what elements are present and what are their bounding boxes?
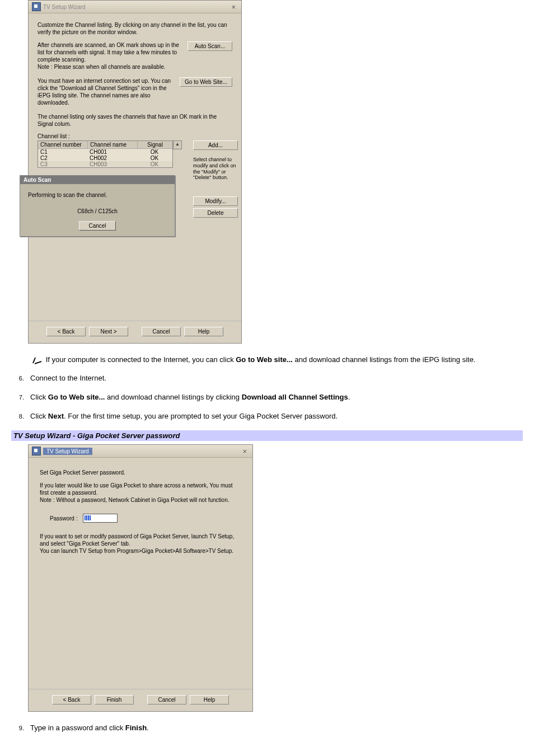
screenshot-password: TV Setup Wizard × Set Giga Pocket Server… [28, 444, 253, 712]
cancel-button[interactable]: Cancel [147, 695, 186, 705]
cancel-button[interactable]: Cancel [142, 327, 181, 336]
section-heading-password: TV Setup Wizard - Giga Pocket Server pas… [11, 430, 523, 441]
step-6: Connect to the Internet. [26, 373, 523, 383]
window-title: TV Setup Wizard [43, 4, 86, 10]
auto-scan-cancel-button[interactable]: Cancel [79, 221, 115, 231]
save-text: The channel listing only saves the chann… [38, 113, 232, 128]
pw-line1: Set Giga Pocket Server password. [40, 469, 241, 476]
titlebar: TV Setup Wizard × [29, 1, 241, 13]
modify-button[interactable]: Modify... [193, 196, 238, 206]
password-input[interactable] [83, 514, 118, 523]
auto-scan-title: Auto Scan [20, 176, 175, 184]
scan-text: After channels are scanned, an OK mark s… [38, 41, 183, 71]
table-row: C1 CH001 OK [38, 149, 172, 155]
wizard-nav: < Back Next > Cancel Help [29, 321, 241, 343]
close-icon[interactable]: × [240, 447, 249, 456]
titlebar: TV Setup Wizard × [29, 445, 252, 458]
app-icon [32, 2, 41, 11]
col-header-signal: Signal [138, 141, 172, 148]
back-button[interactable]: < Back [52, 695, 91, 705]
step-7: Click Go to Web site... and download cha… [26, 392, 523, 402]
col-header-name: Channel name [88, 141, 138, 148]
help-button[interactable]: Help [184, 327, 223, 336]
add-button[interactable]: Add... [193, 140, 238, 150]
scroll-up-icon[interactable]: ▲ [173, 140, 182, 149]
table-row: C3 CH003 OK [38, 161, 172, 167]
col-header-number: Channel number [38, 141, 88, 148]
intro-text: Customize the Channel listing. By clicki… [38, 21, 232, 36]
channel-table[interactable]: Channel number Channel name Signal C1 CH… [38, 140, 173, 168]
select-text: Select channel to modify and click on th… [193, 157, 238, 181]
finish-button[interactable]: Finish [95, 695, 134, 705]
note-icon [31, 355, 44, 365]
delete-button[interactable]: Delete [193, 208, 238, 218]
auto-scan-text: Performing to scan the channel. [28, 192, 167, 198]
auto-scan-button[interactable]: Auto Scan... [188, 41, 232, 51]
auto-scan-progress: C68ch / C125ch [28, 208, 167, 214]
table-row: C2 CH002 OK [38, 155, 172, 161]
help-button[interactable]: Help [190, 695, 229, 705]
window-title: TV Setup Wizard [43, 448, 92, 455]
note-paragraph: If your computer is connected to the Int… [31, 355, 523, 365]
auto-scan-dialog: Auto Scan Performing to scan the channel… [20, 175, 175, 237]
password-label: Password : [50, 515, 77, 522]
back-button[interactable]: < Back [46, 327, 86, 336]
screenshot-channel-listing: TV Setup Wizard × Customize the Channel … [28, 0, 242, 344]
app-icon [32, 447, 41, 456]
wizard-nav: < Back Finish Cancel Help [29, 689, 252, 711]
channel-list-label: Channel list : [38, 133, 232, 139]
go-to-website-button[interactable]: Go to Web Site... [180, 77, 232, 87]
close-icon[interactable]: × [229, 3, 238, 11]
step-8: Click Next. For the first time setup, yo… [26, 411, 523, 421]
step-9: Type in a password and click Finish. [26, 723, 523, 733]
next-button[interactable]: Next > [89, 327, 128, 336]
pw-line2: If you later would like to use Giga Pock… [40, 482, 241, 504]
pw-line3: If you want to set or modify password of… [40, 533, 241, 555]
web-text: You must have an internet connection set… [38, 77, 175, 106]
